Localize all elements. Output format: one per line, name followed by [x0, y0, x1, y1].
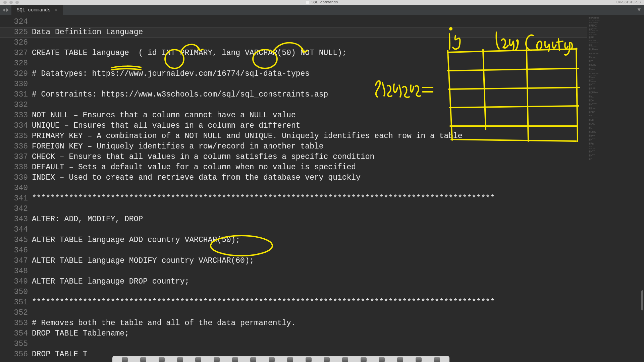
code-line[interactable] — [32, 225, 587, 235]
line-number: 324 — [0, 17, 28, 27]
code-line[interactable]: INDEX – Used to create and retrieve data… — [32, 173, 587, 183]
code-line[interactable] — [32, 79, 587, 89]
line-number: 327 — [0, 48, 28, 58]
code-line[interactable]: FOREIGN KEY – Uniquely identifies a row/… — [32, 141, 587, 152]
line-number: 340 — [0, 183, 28, 193]
code-line[interactable] — [32, 204, 587, 214]
code-area[interactable]: 3243253263273283293303313323333343353363… — [0, 15, 587, 362]
code-line[interactable] — [32, 183, 587, 193]
dock-app-18[interactable] — [434, 357, 440, 362]
line-number: 330 — [0, 79, 28, 89]
code-line[interactable]: # Constraints: https://www.w3schools.com… — [32, 89, 587, 100]
line-number: 354 — [0, 328, 28, 339]
nav-arrows — [0, 8, 11, 12]
dock-app-14[interactable] — [361, 357, 367, 362]
dock-app-8[interactable] — [250, 357, 256, 362]
line-number: 335 — [0, 131, 28, 141]
tab-bar: SQL commands × ▼ — [0, 5, 644, 15]
code-line[interactable]: CHECK – Ensures that all values in a col… — [32, 152, 587, 162]
tab-sql-commands[interactable]: SQL commands × — [11, 5, 63, 15]
dock-app-5[interactable] — [195, 357, 201, 362]
dock-app-16[interactable] — [397, 357, 403, 362]
code-line[interactable]: NOT NULL – Ensures that a column cannot … — [32, 110, 587, 121]
tabs-dropdown-button[interactable]: ▼ — [634, 7, 644, 13]
line-number: 338 — [0, 162, 28, 173]
dock-app-finder[interactable] — [122, 357, 128, 362]
line-number: 326 — [0, 38, 28, 48]
line-number: 325 — [0, 27, 28, 38]
dock-app-11[interactable] — [306, 357, 312, 362]
code-line[interactable] — [32, 245, 587, 256]
code-line[interactable]: Data Definition Language — [32, 27, 587, 38]
dock-app-13[interactable] — [342, 357, 348, 362]
dock-app-4[interactable] — [177, 357, 183, 362]
nav-back-button[interactable] — [3, 8, 5, 12]
dock-app-7[interactable] — [232, 357, 238, 362]
code-line[interactable]: ALTER TABLE language ADD country VARCHAR… — [32, 235, 587, 245]
tab-label: SQL commands — [17, 7, 51, 13]
code-line[interactable] — [32, 308, 587, 318]
title-bar: SQL commands UNREGISTERED — [0, 0, 644, 5]
line-number: 341 — [0, 193, 28, 204]
dock-app-3[interactable] — [159, 357, 165, 362]
line-number: 348 — [0, 266, 28, 277]
code-line[interactable]: ****************************************… — [32, 297, 587, 308]
line-number: 328 — [0, 58, 28, 69]
code-line[interactable]: ALTER: ADD, MODIFY, DROP — [32, 214, 587, 225]
line-number: 331 — [0, 89, 28, 100]
window-title: SQL commands — [311, 0, 338, 4]
line-number: 353 — [0, 318, 28, 328]
line-number: 339 — [0, 173, 28, 183]
code-line[interactable] — [32, 339, 587, 349]
minimize-window-button[interactable] — [9, 1, 13, 4]
code-line[interactable]: PRIMARY KEY – A combination of a NOT NUL… — [32, 131, 587, 141]
code-line[interactable]: DROP TABLE Tablename; — [32, 328, 587, 339]
close-tab-button[interactable]: × — [55, 7, 57, 13]
registration-label: UNREGISTERED — [616, 1, 641, 4]
chevron-down-icon: ▼ — [637, 7, 641, 13]
code-line[interactable] — [32, 58, 587, 69]
code-line[interactable]: ALTER TABLE language MODIFY country VARC… — [32, 256, 587, 266]
line-number: 329 — [0, 69, 28, 79]
line-number: 352 — [0, 308, 28, 318]
line-number: 350 — [0, 287, 28, 297]
minimap[interactable]: xxxxxxxx xxxx xxx xxxxxx xxxxx xxxx xxxx… — [587, 15, 644, 362]
code-line[interactable] — [32, 100, 587, 110]
dock-app-2[interactable] — [140, 357, 146, 362]
line-number: 337 — [0, 152, 28, 162]
dock-app-10[interactable] — [287, 357, 293, 362]
code-line[interactable]: ALTER TABLE langauge DROP country; — [32, 277, 587, 287]
code-line[interactable]: DEFAULT – Sets a default value for a col… — [32, 162, 587, 173]
code-line[interactable]: # Datatypes: https://www.journaldev.com/… — [32, 69, 587, 79]
code-line[interactable] — [32, 287, 587, 297]
code-line[interactable]: CREATE TABLE language ( id INT PRIMARY, … — [32, 48, 587, 58]
line-number: 345 — [0, 235, 28, 245]
line-number: 346 — [0, 245, 28, 256]
dock-app-15[interactable] — [379, 357, 385, 362]
minimap-viewport[interactable] — [641, 290, 643, 310]
code-content[interactable]: Data Definition LanguageCREATE TABLE lan… — [32, 15, 587, 362]
line-number: 351 — [0, 297, 28, 308]
dock-app-17[interactable] — [416, 357, 422, 362]
title-bar-title: SQL commands — [306, 0, 338, 4]
code-line[interactable]: # Removes both the table and all of the … — [32, 318, 587, 328]
nav-forward-button[interactable] — [6, 8, 9, 12]
maximize-window-button[interactable] — [15, 1, 19, 4]
window-controls — [3, 1, 19, 4]
dock-app-9[interactable] — [269, 357, 275, 362]
line-number: 336 — [0, 141, 28, 152]
line-number: 332 — [0, 100, 28, 110]
close-window-button[interactable] — [3, 1, 7, 4]
line-number: 344 — [0, 225, 28, 235]
dock — [112, 356, 449, 362]
dock-app-12[interactable] — [324, 357, 330, 362]
code-line[interactable] — [32, 38, 587, 48]
dock-app-6[interactable] — [214, 357, 220, 362]
line-number: 333 — [0, 110, 28, 121]
document-icon — [306, 1, 309, 4]
code-line[interactable]: ****************************************… — [32, 193, 587, 204]
editor-area: 3243253263273283293303313323333343353363… — [0, 15, 644, 362]
code-line[interactable] — [32, 266, 587, 277]
code-line[interactable] — [32, 17, 587, 27]
code-line[interactable]: UNIQUE – Ensures that all values in a co… — [32, 121, 587, 131]
